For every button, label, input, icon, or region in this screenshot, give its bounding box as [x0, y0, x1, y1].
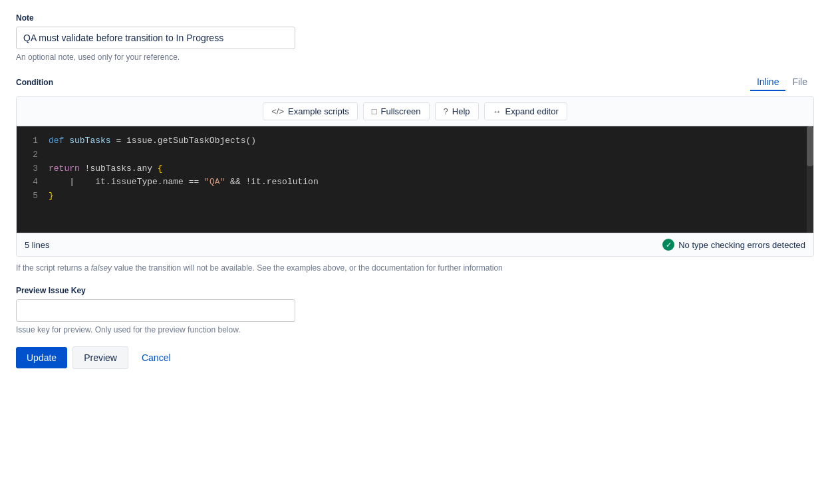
actions-bar: Update Preview Cancel — [16, 346, 814, 369]
code-line-5: 5 } — [17, 189, 813, 203]
preview-button[interactable]: Preview — [72, 346, 128, 369]
update-button[interactable]: Update — [16, 347, 67, 368]
condition-header: Condition Inline File — [16, 74, 814, 91]
code-line-1: 1 def subTasks = issue.getSubTaskObjects… — [17, 134, 813, 148]
expand-editor-label: Expand editor — [505, 106, 559, 116]
expand-editor-button[interactable]: ↔ Expand editor — [484, 102, 567, 120]
tab-inline[interactable]: Inline — [750, 74, 785, 91]
editor-footer: 5 lines ✓ No type checking errors detect… — [17, 233, 813, 256]
check-icon: ✓ — [662, 239, 674, 251]
preview-section: Preview Issue Key Issue key for preview.… — [16, 286, 814, 334]
note-label: Note — [16, 13, 814, 23]
expand-icon: ↔ — [493, 106, 501, 116]
fullscreen-button[interactable]: □ Fullscreen — [363, 102, 430, 120]
editor-toolbar: </> Example scripts □ Fullscreen ? Help … — [17, 97, 813, 126]
code-line-2: 2 — [17, 148, 813, 162]
scrollbar-thumb[interactable] — [807, 126, 813, 166]
preview-input[interactable] — [16, 299, 295, 322]
code-icon: </> — [271, 106, 284, 116]
note-input[interactable] — [16, 27, 295, 49]
scrollbar-track — [807, 126, 813, 233]
condition-label: Condition — [16, 78, 53, 87]
code-line-3: 3 return !subTasks.any { — [17, 162, 813, 176]
example-scripts-button[interactable]: </> Example scripts — [263, 102, 358, 120]
lines-count: 5 lines — [25, 240, 50, 250]
condition-section: Condition Inline File </> Example script… — [16, 74, 814, 274]
status-ok: ✓ No type checking errors detected — [662, 239, 805, 251]
cancel-button[interactable]: Cancel — [134, 347, 179, 368]
preview-label: Preview Issue Key — [16, 286, 814, 295]
fullscreen-label: Fullscreen — [381, 106, 421, 116]
tab-file[interactable]: File — [785, 74, 814, 91]
note-section: Note An optional note, used only for you… — [16, 13, 814, 62]
code-area[interactable]: 1 def subTasks = issue.getSubTaskObjects… — [17, 126, 813, 233]
help-button[interactable]: ? Help — [435, 102, 479, 120]
fullscreen-icon: □ — [372, 106, 377, 116]
status-text: No type checking errors detected — [678, 240, 805, 250]
note-helper: An optional note, used only for your ref… — [16, 53, 814, 62]
example-scripts-label: Example scripts — [288, 106, 349, 116]
code-line-4: 4 | it.issueType.name == "QA" && !it.res… — [17, 176, 813, 189]
script-info: If the script returns a falsey value the… — [16, 262, 814, 274]
help-icon: ? — [444, 106, 448, 116]
preview-helper: Issue key for preview. Only used for the… — [16, 325, 814, 334]
help-label: Help — [452, 106, 470, 116]
code-editor: </> Example scripts □ Fullscreen ? Help … — [16, 96, 814, 257]
tab-group: Inline File — [750, 74, 814, 91]
